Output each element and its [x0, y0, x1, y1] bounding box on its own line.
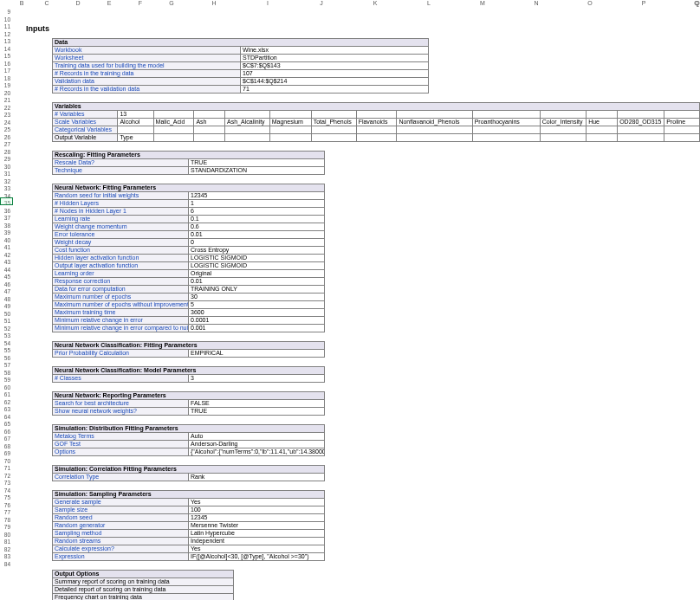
row-header: 20 — [0, 90, 12, 98]
param-label: Cost function — [53, 247, 189, 255]
row-header: 30 — [0, 164, 12, 171]
variable-cell — [618, 134, 664, 142]
param-value: 30 — [189, 294, 325, 301]
section-heading: Neural Network Classification: Model Par… — [53, 367, 325, 375]
variable-cell — [194, 111, 225, 119]
variable-cell — [397, 134, 472, 142]
param-label: Random seed — [53, 514, 189, 522]
row-header: 74 — [0, 487, 12, 495]
param-label: Options — [53, 448, 189, 456]
section-sim-dist: Simulation: Distribution Fitting Paramet… — [52, 424, 700, 456]
row-header: 71 — [0, 465, 12, 473]
row-header: 9 — [0, 9, 12, 16]
param-value: Mersenne Twister — [189, 522, 325, 530]
row-header: 53 — [0, 332, 12, 340]
param-value: Auto — [189, 433, 325, 441]
row-header: 69 — [0, 450, 12, 458]
row-header: 73 — [0, 480, 12, 487]
row-header: 22 — [0, 105, 12, 113]
param-value: 0.01 — [189, 278, 325, 286]
param-value: {"Alcohol":{"numTerms":0,"lb":11.41,"ub"… — [189, 448, 325, 456]
param-label: Random seed for initial weights — [53, 192, 189, 200]
row-header: 80 — [0, 532, 12, 539]
variable-cell — [153, 134, 194, 142]
spreadsheet-sheet: BCDEFGHIJKLMNOPQ Q 910111213141516171819… — [0, 0, 700, 600]
variable-cell — [472, 126, 540, 134]
row-header: 62 — [0, 399, 12, 407]
param-value: 12345 — [189, 192, 325, 200]
section-heading: Simulation: Correlation Fitting Paramete… — [53, 466, 325, 474]
param-label: Weight change momentum — [53, 223, 189, 231]
section-nn-fit: Neural Network: Fitting ParametersRandom… — [52, 184, 700, 332]
row-header: 61 — [0, 391, 12, 399]
row-header: 60 — [0, 384, 12, 392]
section-nn-class-fit: Neural Network Classification: Fitting P… — [52, 341, 700, 358]
param-label: Expression — [53, 553, 189, 561]
column-header: F — [125, 0, 156, 9]
section-heading: Simulation: Sampling Parameters — [53, 491, 325, 499]
param-label: Categorical Variables — [53, 126, 118, 134]
variable-cell: Color_Intensity — [540, 119, 586, 126]
param-value: Anderson-Darling — [189, 441, 325, 448]
column-header: P — [617, 0, 671, 9]
param-value: TRUE — [189, 159, 325, 167]
param-label: # Records in the training data — [53, 70, 241, 78]
section-heading: Neural Network: Reporting Parameters — [53, 392, 325, 400]
variable-cell — [118, 126, 153, 134]
param-label: # Records in the validation data — [53, 86, 241, 94]
variable-cell: Type — [118, 134, 153, 142]
param-label: Output layer activation function — [53, 262, 189, 270]
variable-cell — [311, 134, 356, 142]
section-variables: Variables# Variables13Scale VariablesAlc… — [52, 102, 700, 142]
variable-cell — [587, 111, 618, 119]
param-label: Calculate expression? — [53, 545, 189, 553]
variable-cell — [225, 134, 270, 142]
row-header: 70 — [0, 458, 12, 466]
variable-cell: Proline — [664, 119, 700, 126]
row-header: 42 — [0, 252, 12, 260]
param-label: Sample size — [53, 506, 189, 514]
param-label: Detailed report of scoring on training d… — [53, 586, 234, 594]
variable-cell — [225, 126, 270, 134]
param-value: Original — [189, 270, 325, 278]
param-label: # Variables — [53, 111, 118, 119]
param-value: 0.6 — [189, 223, 325, 231]
row-header: 79 — [0, 524, 12, 532]
param-value: Independent — [189, 538, 325, 545]
param-value: $C$7:$Q$143 — [241, 62, 429, 70]
section-heading: Simulation: Distribution Fitting Paramet… — [53, 425, 325, 433]
param-value: 12345 — [189, 514, 325, 522]
section-heading: Data — [53, 39, 429, 47]
param-label: # Nodes in Hidden Layer 1 — [53, 208, 189, 216]
row-header: 11 — [0, 23, 12, 31]
row-header: 50 — [0, 311, 12, 319]
param-label: Maximum number of epochs — [53, 294, 189, 301]
section-nn-report: Neural Network: Reporting ParametersSear… — [52, 391, 700, 416]
row-header: 37 — [0, 215, 12, 223]
param-label: Maximum training time — [53, 309, 189, 317]
row-header: 45 — [0, 274, 12, 281]
param-value: Wine.xlsx — [241, 47, 429, 55]
variable-cell: 13 — [118, 111, 153, 119]
column-header: G — [156, 0, 187, 9]
param-value: 71 — [241, 86, 429, 94]
param-label: Learning order — [53, 270, 189, 278]
param-label: Minimum relative change in error — [53, 317, 189, 325]
variable-cell — [540, 126, 586, 134]
column-header: I — [241, 0, 295, 9]
param-value: Rank — [189, 474, 325, 481]
param-label: Metalog Terms — [53, 433, 189, 441]
row-header: 15 — [0, 53, 12, 61]
section-rescaling: Rescaling: Fitting ParametersRescale Dat… — [52, 151, 700, 175]
row-header: 47 — [0, 288, 12, 296]
section-data: DataWorkbookWine.xlsxWorksheetSTDPartiti… — [52, 38, 700, 94]
param-label: # Hidden Layers — [53, 200, 189, 208]
param-label: Output Variable — [53, 134, 118, 142]
param-label: # Classes — [53, 375, 189, 383]
variable-cell — [397, 126, 472, 134]
row-header: 52 — [0, 326, 12, 333]
row-header: 29 — [0, 156, 12, 164]
row-header: 14 — [0, 46, 12, 54]
section-heading: Neural Network: Fitting Parameters — [53, 184, 325, 192]
variable-cell — [472, 134, 540, 142]
